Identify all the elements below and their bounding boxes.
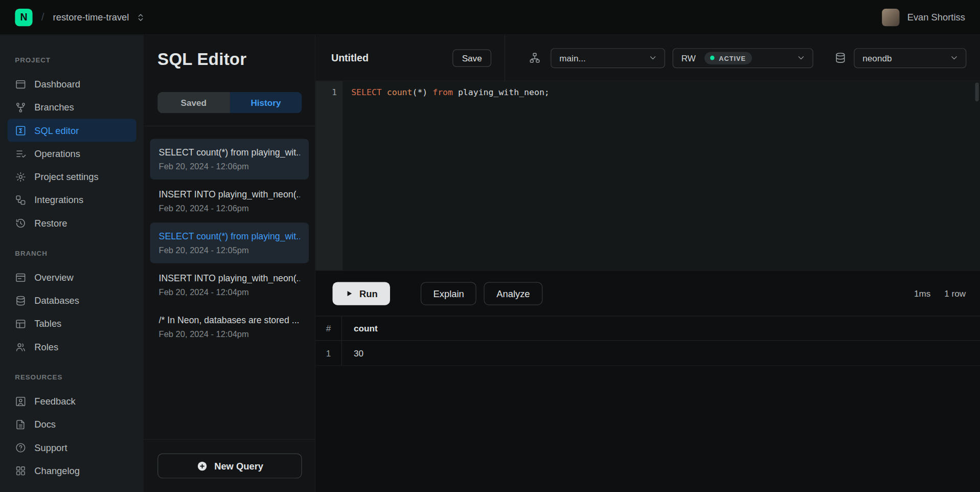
tab-saved[interactable]: Saved bbox=[157, 92, 230, 114]
user-name: Evan Shortiss bbox=[907, 12, 965, 23]
editor-header: Untitled Save main... RW bbox=[315, 35, 980, 81]
table-row: 1 30 bbox=[315, 341, 980, 366]
sidebar-item-sql-editor[interactable]: SQL editor bbox=[8, 119, 136, 142]
explain-button[interactable]: Explain bbox=[421, 282, 476, 305]
history-query: INSERT INTO playing_with_neon(... bbox=[159, 273, 300, 283]
header-divider bbox=[505, 35, 505, 81]
editor-scrollbar-thumb[interactable] bbox=[975, 82, 978, 101]
sql-function: count bbox=[387, 87, 413, 97]
branch-select[interactable]: main... bbox=[551, 48, 665, 68]
history-query: SELECT count(*) from playing_wit... bbox=[159, 231, 300, 241]
topbar: N / restore-time-travel Evan Shortiss bbox=[0, 0, 980, 35]
save-button[interactable]: Save bbox=[452, 49, 491, 66]
sidebar-item-label: Branches bbox=[34, 102, 74, 113]
line-number-gutter: 1 bbox=[315, 81, 343, 270]
run-label: Run bbox=[359, 288, 378, 299]
sidebar-item-databases[interactable]: Databases bbox=[8, 289, 136, 312]
sidebar-item-branches[interactable]: Branches bbox=[8, 96, 136, 119]
panel-footer: New Query bbox=[144, 439, 315, 492]
sidebar-item-label: Operations bbox=[34, 148, 80, 159]
history-list: SELECT count(*) from playing_wit... Feb … bbox=[144, 126, 315, 439]
sidebar-item-tables[interactable]: Tables bbox=[8, 312, 136, 335]
project-name: restore-time-travel bbox=[53, 12, 129, 23]
sql-keyword: from bbox=[432, 87, 453, 97]
dashboard-icon bbox=[15, 78, 26, 90]
code-line[interactable]: SELECT count(*) from playing_with_neon; bbox=[343, 81, 980, 270]
sidebar-item-dashboard[interactable]: Dashboard bbox=[8, 73, 136, 96]
user-menu[interactable]: Evan Shortiss bbox=[882, 9, 965, 26]
sidebar-item-docs[interactable]: Docs bbox=[8, 413, 136, 436]
sidebar-item-label: Databases bbox=[34, 295, 79, 306]
history-item[interactable]: INSERT INTO playing_with_neon(... Feb 20… bbox=[150, 264, 309, 305]
integrations-icon bbox=[15, 194, 26, 206]
results-col-count: count bbox=[342, 317, 378, 340]
breadcrumb-separator: / bbox=[41, 11, 44, 23]
history-timestamp: Feb 20, 2024 - 12:04pm bbox=[159, 329, 300, 339]
roles-icon bbox=[15, 341, 26, 352]
branches-icon bbox=[15, 102, 26, 113]
page-title: SQL Editor bbox=[157, 50, 301, 70]
project-switcher[interactable]: restore-time-travel bbox=[53, 12, 147, 23]
compute-select-value: RW bbox=[681, 53, 696, 63]
branch-icon bbox=[529, 52, 540, 63]
code-editor[interactable]: 1 SELECT count(*) from playing_with_neon… bbox=[315, 81, 980, 270]
query-row-count: 1 row bbox=[944, 288, 966, 299]
sidebar-item-label: Integrations bbox=[34, 194, 83, 205]
history-timestamp: Feb 20, 2024 - 12:06pm bbox=[159, 162, 300, 171]
database-icon bbox=[834, 52, 846, 63]
sidebar-item-project-settings[interactable]: Project settings bbox=[8, 165, 136, 188]
history-timestamp: Feb 20, 2024 - 12:05pm bbox=[159, 246, 300, 255]
user-avatar bbox=[882, 9, 900, 26]
chevron-down-icon bbox=[648, 53, 657, 62]
history-item[interactable]: SELECT count(*) from playing_wit... Feb … bbox=[150, 222, 309, 263]
databases-icon bbox=[15, 295, 26, 306]
count-value-cell: 30 bbox=[342, 341, 363, 365]
sidebar-item-label: Support bbox=[34, 442, 67, 453]
status-label: ACTIVE bbox=[719, 54, 746, 62]
sidebar-item-roles[interactable]: Roles bbox=[8, 335, 136, 358]
breadcrumb: N / restore-time-travel bbox=[15, 9, 146, 26]
sidebar-item-integrations[interactable]: Integrations bbox=[8, 188, 136, 211]
neon-logo-letter: N bbox=[20, 12, 27, 23]
sidebar-item-support[interactable]: Support bbox=[8, 436, 136, 459]
run-button[interactable]: Run bbox=[332, 282, 390, 305]
tab-history[interactable]: History bbox=[230, 92, 302, 114]
status-badge: ACTIVE bbox=[704, 52, 752, 64]
sidebar-item-label: Feedback bbox=[34, 396, 76, 407]
query-toolbar: Run Explain Analyze 1ms 1 row bbox=[315, 270, 980, 316]
history-timestamp: Feb 20, 2024 - 12:04pm bbox=[159, 287, 300, 297]
sidebar-item-label: Overview bbox=[34, 272, 73, 283]
plus-icon bbox=[196, 460, 208, 472]
sidebar-item-overview[interactable]: Overview bbox=[8, 266, 136, 289]
history-item[interactable]: INSERT INTO playing_with_neon(... Feb 20… bbox=[150, 181, 309, 221]
new-query-label: New Query bbox=[214, 461, 263, 472]
tables-icon bbox=[15, 318, 26, 329]
history-item[interactable]: /* In Neon, databases are stored ... Feb… bbox=[150, 306, 309, 347]
sidebar-item-label: Tables bbox=[34, 318, 61, 329]
database-select[interactable]: neondb bbox=[854, 48, 966, 68]
sidebar-item-label: Roles bbox=[34, 342, 58, 352]
results-header: # count bbox=[315, 316, 980, 341]
sql-editor-icon bbox=[15, 125, 26, 136]
sql-keyword: SELECT bbox=[351, 87, 382, 97]
sidebar-item-changelog[interactable]: Changelog bbox=[8, 459, 136, 482]
sidebar-item-label: SQL editor bbox=[34, 125, 79, 136]
sidebar-item-feedback[interactable]: Feedback bbox=[8, 390, 136, 413]
new-query-button[interactable]: New Query bbox=[157, 453, 302, 478]
analyze-button[interactable]: Analyze bbox=[484, 282, 542, 305]
docs-icon bbox=[15, 419, 26, 430]
history-timestamp: Feb 20, 2024 - 12:06pm bbox=[159, 204, 300, 213]
sidebar: PROJECT Dashboard Branches bbox=[0, 35, 144, 492]
branch-select-value: main... bbox=[559, 53, 585, 63]
sidebar-item-label: Changelog bbox=[34, 465, 80, 476]
sidebar-item-restore[interactable]: Restore bbox=[8, 211, 136, 234]
sidebar-section-branch: BRANCH Overview Databases bbox=[8, 250, 136, 359]
editor-main: Untitled Save main... RW bbox=[315, 35, 980, 492]
active-status-dot bbox=[710, 56, 715, 60]
sidebar-item-operations[interactable]: Operations bbox=[8, 142, 136, 165]
app-shell: PROJECT Dashboard Branches bbox=[0, 35, 980, 492]
neon-logo[interactable]: N bbox=[15, 9, 32, 26]
chevron-down-icon bbox=[949, 53, 959, 62]
history-item[interactable]: SELECT count(*) from playing_wit... Feb … bbox=[150, 139, 309, 179]
compute-select[interactable]: RW ACTIVE bbox=[673, 48, 813, 68]
